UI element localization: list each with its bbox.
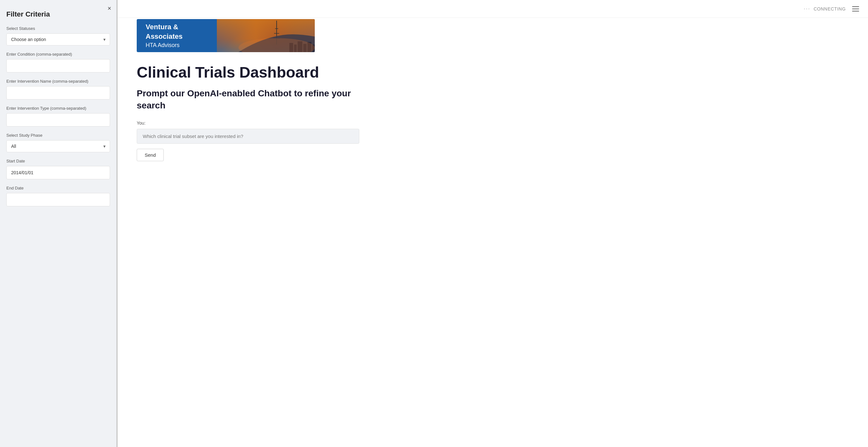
send-button[interactable]: Send — [137, 149, 164, 161]
menu-bar-3 — [852, 11, 859, 11]
chat-input[interactable] — [137, 129, 359, 144]
brand-line3: HTA Advisors — [146, 41, 183, 49]
chat-input-wrapper — [137, 129, 849, 144]
intervention-type-label: Enter Intervention Type (comma-separated… — [6, 106, 110, 110]
you-label: You: — [137, 121, 849, 126]
statuses-select-wrapper: Choose an option — [6, 33, 110, 45]
statuses-select[interactable]: Choose an option — [6, 33, 110, 45]
connecting-dots: ··· — [804, 5, 810, 12]
brand-line2: Associates — [146, 32, 183, 41]
statuses-label: Select Statuses — [6, 26, 110, 31]
sidebar-title: Filter Criteria — [6, 10, 110, 19]
connecting-status: ··· CONNECTING — [804, 5, 846, 12]
end-date-label: End Date — [6, 186, 110, 190]
brand-text: Ventura & Associates HTA Advisors — [146, 22, 183, 49]
filter-group-start-date: Start Date — [6, 159, 110, 179]
filter-group-intervention-name: Enter Intervention Name (comma-separated… — [6, 79, 110, 99]
menu-icon[interactable] — [852, 6, 859, 11]
page-subtitle: Prompt our OpenAI-enabled Chatbot to ref… — [137, 88, 359, 111]
condition-input[interactable] — [6, 59, 110, 72]
brand-banner: Ventura & Associates HTA Advisors — [137, 19, 315, 52]
intervention-name-input[interactable] — [6, 86, 110, 99]
condition-label: Enter Condition (comma-separated) — [6, 52, 110, 57]
brand-line1: Ventura & — [146, 22, 183, 32]
sidebar: × Filter Criteria Select Statuses Choose… — [0, 0, 118, 447]
main-content: Ventura & Associates HTA Advisors — [118, 0, 868, 447]
connecting-label: CONNECTING — [814, 6, 846, 11]
menu-bar-2 — [852, 8, 859, 9]
menu-bar-1 — [852, 6, 859, 7]
filter-group-condition: Enter Condition (comma-separated) — [6, 52, 110, 72]
close-button[interactable]: × — [107, 5, 111, 11]
topbar: ··· CONNECTING — [118, 0, 868, 18]
study-phase-label: Select Study Phase — [6, 133, 110, 138]
intervention-name-label: Enter Intervention Name (comma-separated… — [6, 79, 110, 84]
filter-group-end-date: End Date — [6, 186, 110, 206]
study-phase-select[interactable]: All — [6, 140, 110, 152]
start-date-input[interactable] — [6, 166, 110, 179]
filter-group-intervention-type: Enter Intervention Type (comma-separated… — [6, 106, 110, 127]
intervention-type-input[interactable] — [6, 113, 110, 127]
filter-group-study-phase: Select Study Phase All — [6, 133, 110, 152]
study-phase-select-wrapper: All — [6, 140, 110, 152]
page-title: Clinical Trials Dashboard — [137, 64, 849, 81]
end-date-input[interactable] — [6, 193, 110, 206]
banner-city — [217, 19, 315, 52]
filter-group-statuses: Select Statuses Choose an option — [6, 26, 110, 45]
start-date-label: Start Date — [6, 159, 110, 163]
